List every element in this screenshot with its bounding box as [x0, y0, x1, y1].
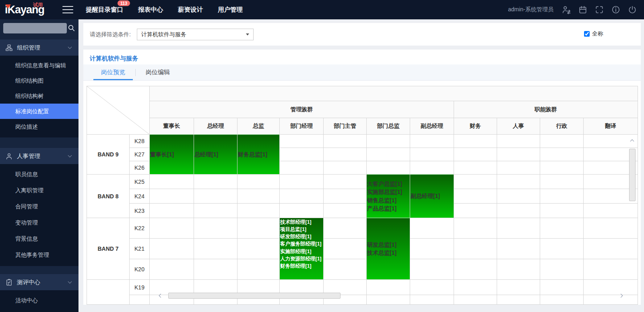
k-row-k23: K23: [87, 204, 638, 218]
logo-triangle-icon: [5, 4, 11, 8]
k-level: K21: [130, 239, 150, 259]
green-cell-band9-general-manager[interactable]: 总经理[1]: [194, 135, 237, 175]
sidebar-item-change-management[interactable]: 变动管理: [0, 214, 78, 231]
k-level: K25: [130, 175, 150, 189]
sidebar-item-activity-center[interactable]: 活动中心: [0, 292, 78, 308]
col-finance: 财务: [454, 118, 497, 135]
k-level: K28: [130, 135, 150, 148]
sidebar-item-position-description[interactable]: 岗位描述: [0, 119, 78, 134]
col-dept-manager: 部门经理: [280, 118, 324, 135]
scroll-up-icon[interactable]: [630, 139, 634, 144]
sidebar-item-org-tree[interactable]: 组织结构树: [0, 88, 78, 104]
header-row-top: [87, 86, 638, 101]
col-hr: 人事: [497, 118, 540, 135]
diagonal-line: [87, 86, 150, 135]
chevron-down-icon: [68, 280, 72, 284]
sidebar-item-employee-info[interactable]: 职员信息: [0, 166, 78, 182]
fullscreen-icon[interactable]: [595, 5, 604, 14]
filter-label: 请选择筛选条件:: [90, 31, 131, 38]
green-cell-band7-dept-director[interactable]: 研发总监[1]技术总监[1]: [367, 218, 410, 280]
help-icon[interactable]: [611, 5, 620, 14]
calendar-icon[interactable]: [578, 5, 587, 14]
k-row-k25: BAND 8 K25 大客户总监[1]实施部总监[1]销售总监[1]产品总监[1…: [87, 175, 638, 189]
user-switch-icon[interactable]: [562, 5, 571, 14]
green-cell-band7-dept-manager[interactable]: 技术部经理[1]项目总监[1]研发部经理[1]客户服务部经理[1]实施部经理[1…: [280, 218, 324, 280]
search-icon[interactable]: [68, 24, 75, 33]
k-level: K20: [130, 259, 150, 280]
green-cell-band8-deputy-gm[interactable]: 副总经理[1]: [410, 175, 454, 218]
scroll-right-icon[interactable]: [619, 294, 623, 298]
submenu-org: 组织信息查看与编辑 组织结构图 组织结构树 标准岗位配置 岗位描述: [0, 56, 78, 137]
power-icon[interactable]: [628, 5, 637, 14]
chevron-down-icon: [68, 154, 72, 158]
tabs-bar: 岗位预览 岗位编辑: [83, 64, 641, 81]
sidebar-group-hr[interactable]: 人事管理: [0, 148, 78, 164]
sidebar-search: [0, 19, 78, 37]
k-row-k20: K20: [87, 259, 638, 280]
sidebar-item-org-chart[interactable]: 组织结构图: [0, 73, 78, 88]
sidebar-group-org[interactable]: 组织管理: [0, 40, 78, 56]
group-header-management: 管理族群: [150, 101, 454, 118]
col-dept-supervisor: 部门主管: [324, 118, 367, 135]
vertical-scrollbar: [629, 140, 636, 285]
k-row-k22: BAND 7 K22 技术部经理[1]项目总监[1]研发部经理[1]客户服务部经…: [87, 218, 638, 239]
sidebar-item-personal-assessment[interactable]: 个人评估活动: [0, 308, 78, 312]
page-title: 计算机软件与服务: [90, 55, 138, 62]
navbar-menu: 提醒目录窗口 113 报表中心 薪资设计 用户管理: [86, 0, 243, 19]
horizontal-scrollbar-thumb[interactable]: [168, 293, 341, 299]
menu-toggle-icon[interactable]: [62, 6, 73, 13]
k-row-k24: K24: [87, 189, 638, 204]
chevron-down-icon: [68, 45, 72, 49]
scroll-left-icon[interactable]: [159, 294, 163, 298]
tab-position-edit[interactable]: 岗位编辑: [138, 64, 178, 80]
k-level: K24: [130, 189, 150, 204]
k-level: K19: [130, 280, 150, 295]
col-director: 总监: [237, 118, 280, 135]
k-level: K26: [130, 161, 150, 175]
fullname-checkbox[interactable]: [584, 31, 590, 37]
sidebar-item-standard-position[interactable]: 标准岗位配置: [0, 104, 78, 119]
reminder-count-badge: 113: [117, 0, 130, 6]
sidebar: 组织管理 组织信息查看与编辑 组织结构图 组织结构树 标准岗位配置 岗位描述 人…: [0, 19, 78, 312]
industry-select[interactable]: 计算机软件与服务: [137, 29, 254, 40]
band-label-partial: [87, 280, 130, 305]
nav-item-user-management[interactable]: 用户管理: [218, 6, 243, 14]
fullname-option: 全称: [584, 30, 603, 37]
group-header-functional: 职能族群: [454, 101, 638, 118]
green-cell-band8-dept-director[interactable]: 大客户总监[1]实施部总监[1]销售总监[1]产品总监[1]: [367, 175, 410, 218]
clipboard-check-icon: [5, 279, 13, 286]
sidebar-item-onboarding[interactable]: 入离职管理: [0, 182, 78, 198]
header-row-groups: 管理族群 职能族群: [87, 101, 638, 118]
vertical-scrollbar-thumb[interactable]: [629, 149, 636, 201]
col-general-manager: 总经理: [194, 118, 237, 135]
fullname-checkbox-label: 全称: [592, 30, 603, 37]
band-label-9: BAND 9: [87, 135, 130, 175]
green-cell-band9-chairman[interactable]: 董事长[1]: [150, 135, 194, 175]
col-chairman: 董事长: [150, 118, 194, 135]
sidebar-item-contract[interactable]: 合同管理: [0, 198, 78, 214]
group-label: 人事管理: [17, 152, 40, 160]
green-cell-band9-director[interactable]: 财务总监[1]: [237, 135, 280, 175]
filter-panel: 请选择筛选条件: 计算机软件与服务 全称: [83, 23, 641, 46]
k-level: K22: [130, 218, 150, 239]
nav-item-salary-design[interactable]: 薪资设计: [178, 6, 203, 14]
sidebar-item-background-info[interactable]: 背景信息: [0, 231, 78, 247]
nav-item-reports[interactable]: 报表中心: [138, 6, 163, 14]
tab-position-preview[interactable]: 岗位预览: [93, 64, 133, 80]
person-icon: [5, 152, 13, 160]
nav-item-reminder[interactable]: 提醒目录窗口 113: [86, 6, 123, 14]
horizontal-scrollbar: [159, 293, 622, 299]
tab-divider: [135, 69, 136, 76]
submenu-hr: 职员信息 入离职管理 合同管理 变动管理 背景信息 其他事务管理: [0, 164, 78, 266]
sidebar-item-other-affairs[interactable]: 其他事务管理: [0, 247, 78, 263]
sidebar-item-org-info[interactable]: 组织信息查看与编辑: [0, 58, 78, 73]
sidebar-group-assessment[interactable]: 测评中心: [0, 274, 78, 290]
app-logo[interactable]: iKayang 试用: [5, 1, 61, 19]
band-label-7: BAND 7: [87, 218, 130, 280]
header-empty-band: [150, 86, 638, 101]
search-input[interactable]: [3, 23, 67, 33]
org-chart-icon: [5, 44, 13, 52]
col-dept-director: 部门总监: [367, 118, 410, 135]
k-row-k21: K21: [87, 239, 638, 259]
band-label-8: BAND 8: [87, 175, 130, 218]
